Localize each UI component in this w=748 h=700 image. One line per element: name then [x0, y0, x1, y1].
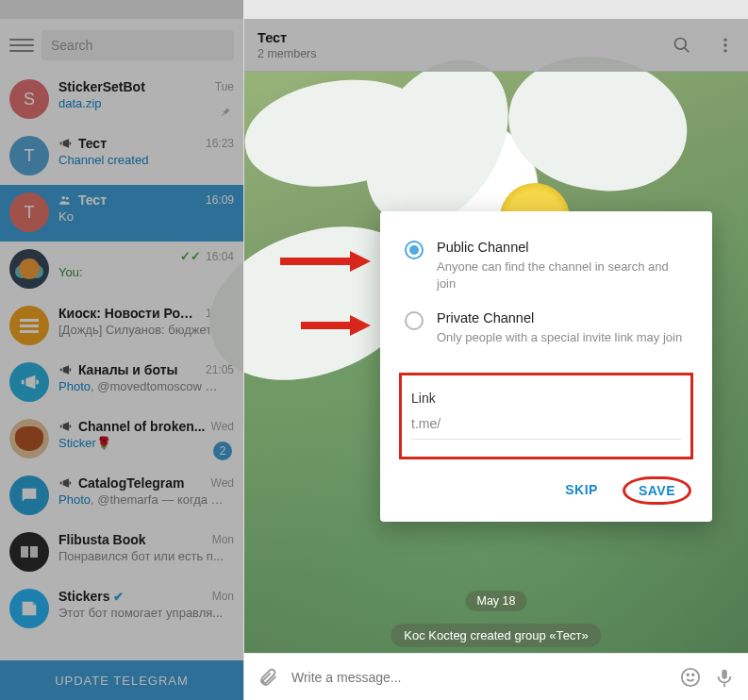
channel-type-modal: Public ChannelAnyone can find the channe… — [380, 211, 712, 522]
date-chip: May 18 — [466, 591, 527, 611]
dim-overlay — [0, 0, 243, 700]
emoji-icon[interactable] — [680, 667, 701, 688]
service-message: Koc Kocteg created group «Тест» — [391, 624, 601, 647]
radio-icon — [405, 311, 424, 330]
app-root: Search SStickerSetBotTuedata.zipT Тест16… — [0, 0, 748, 700]
option-title: Public Channel — [437, 240, 688, 255]
save-button[interactable]: SAVE — [623, 476, 691, 505]
link-label: Link — [411, 391, 681, 406]
modal-buttons: SKIPSAVE — [380, 459, 712, 505]
voice-icon[interactable] — [714, 667, 735, 688]
attach-icon[interactable] — [258, 667, 278, 688]
message-input[interactable] — [291, 670, 667, 685]
svg-point-8 — [687, 674, 689, 675]
option-desc: Anyone can find the channel in search an… — [437, 258, 688, 292]
option-title: Private Channel — [437, 310, 682, 325]
link-input[interactable] — [411, 416, 681, 440]
radio-icon — [405, 241, 424, 259]
channel-private-option[interactable]: Private ChannelOnly people with a specia… — [380, 310, 712, 365]
dim-overlay — [244, 19, 748, 72]
svg-point-9 — [692, 674, 694, 675]
channel-public-option[interactable]: Public ChannelAnyone can find the channe… — [380, 240, 712, 310]
message-composer — [244, 653, 748, 700]
svg-point-7 — [682, 668, 699, 685]
link-section: Link — [399, 373, 693, 459]
skip-button[interactable]: SKIP — [559, 476, 604, 505]
option-desc: Only people with a special invite link m… — [437, 329, 682, 346]
chat-background: May 18 Koc Kocteg created group «Тест» P… — [244, 72, 748, 653]
left-panel: Search SStickerSetBotTuedata.zipT Тест16… — [0, 0, 244, 700]
right-panel: Тест 2 members May 18 Koc Kocteg created… — [244, 0, 748, 700]
